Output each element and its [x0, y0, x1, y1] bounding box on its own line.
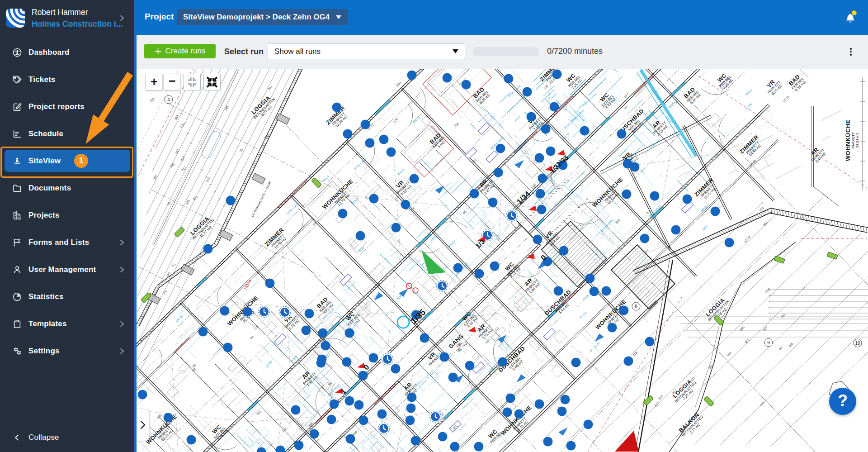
svg-text:RPH 0: RPH 0	[397, 168, 405, 176]
svg-text:927: 927	[762, 325, 768, 331]
svg-text:E02.30: E02.30	[562, 133, 570, 141]
svg-text:STUK +14,85: STUK +14,85	[354, 157, 368, 171]
svg-text:12,72: 12,72	[743, 235, 751, 243]
svg-text:150: 150	[543, 84, 549, 90]
svg-text:2,5: 2,5	[253, 325, 259, 330]
svg-text:351: 351	[780, 313, 786, 319]
svg-text:0: 0	[362, 363, 371, 372]
svg-text:504: 504	[726, 351, 732, 357]
svg-text:STUK +14,85: STUK +14,85	[286, 202, 300, 215]
svg-text:59: 59	[192, 367, 197, 372]
svg-text:112: 112	[472, 158, 477, 164]
svg-text:260: 260	[396, 81, 401, 87]
svg-text:385: 385	[156, 413, 162, 419]
svg-text:204: 204	[643, 248, 649, 254]
svg-text:59: 59	[623, 105, 628, 110]
svg-text:24,91 m2: 24,91 m2	[855, 133, 859, 148]
svg-text:2,5: 2,5	[162, 290, 168, 295]
svg-text:8: 8	[635, 304, 637, 309]
svg-text:351: 351	[763, 220, 769, 226]
svg-text:RPH 0: RPH 0	[315, 322, 323, 329]
svg-text:93: 93	[462, 210, 467, 215]
svg-text:10: 10	[855, 341, 860, 346]
svg-text:12,72: 12,72	[782, 95, 790, 103]
svg-text:OK +13,25: OK +13,25	[589, 342, 600, 353]
svg-text:59: 59	[312, 221, 317, 226]
svg-text:9: 9	[767, 340, 770, 345]
svg-text:NÖ2a: NÖ2a	[243, 279, 252, 290]
svg-text:927: 927	[654, 401, 660, 407]
svg-text:112: 112	[485, 338, 491, 344]
svg-text:59: 59	[328, 381, 333, 386]
svg-text:385: 385	[739, 325, 745, 331]
svg-text:STUK +14,85: STUK +14,85	[508, 84, 522, 98]
svg-text:1/35: 1/35	[409, 307, 428, 326]
svg-text:351: 351	[708, 363, 714, 369]
svg-text:PARKETT: PARKETT	[851, 132, 855, 148]
svg-text:318: 318	[632, 351, 638, 357]
svg-text:NW2: NW2	[702, 225, 708, 231]
svg-text:RB214: RB214	[745, 88, 753, 96]
svg-text:150: 150	[764, 287, 770, 293]
svg-text:4: 4	[167, 97, 170, 102]
svg-text:64: 64	[250, 335, 255, 340]
svg-text:DL80: DL80	[359, 246, 365, 253]
svg-text:351: 351	[256, 409, 262, 415]
svg-text:DL80: DL80	[668, 102, 675, 109]
svg-text:OK Belästung (GTB) = +13,69: OK Belästung (GTB) = +13,69	[251, 181, 272, 218]
svg-text:RB214: RB214	[701, 204, 709, 212]
svg-text:1/34: 1/34	[515, 190, 532, 206]
svg-text:RPH 0: RPH 0	[448, 240, 456, 248]
svg-text:WOHNKÜCHE: WOHNKÜCHE	[844, 119, 851, 161]
svg-text:351: 351	[615, 218, 621, 224]
svg-text:E02.30: E02.30	[412, 116, 420, 124]
svg-text:351: 351	[744, 338, 750, 344]
svg-text:E02.30: E02.30	[175, 314, 184, 323]
svg-text:KV 100: KV 100	[579, 311, 588, 319]
svg-text:318: 318	[453, 122, 459, 128]
svg-text:385: 385	[788, 342, 794, 347]
svg-text:64: 64	[778, 346, 783, 351]
